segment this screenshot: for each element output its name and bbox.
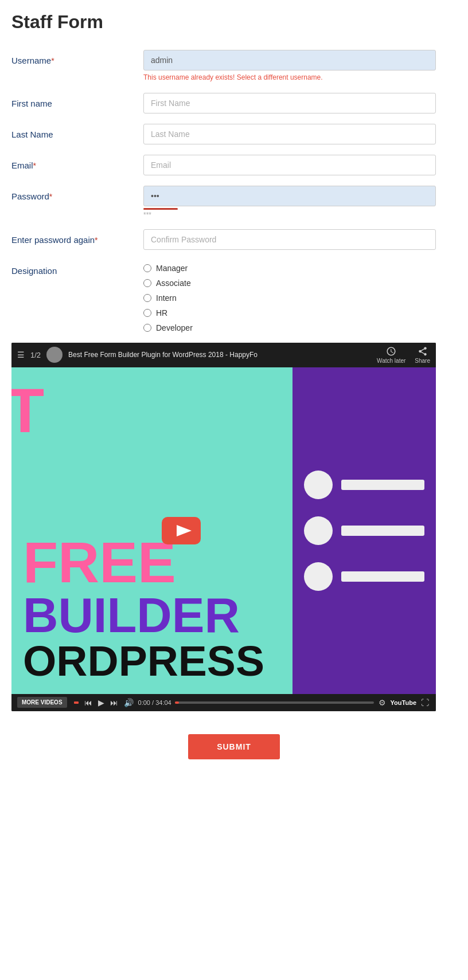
password-strength-bar	[143, 208, 178, 210]
username-label: Username*	[11, 50, 143, 65]
video-title: Best Free Form Builder Plugin for WordPr…	[68, 351, 371, 359]
lastname-row: Last Name	[11, 124, 436, 144]
progress-bar[interactable]	[175, 701, 374, 704]
email-field-wrap	[143, 155, 436, 175]
thumb-icon-row-3	[304, 562, 424, 591]
lastname-label: Last Name	[11, 124, 143, 139]
email-row: Email*	[11, 155, 436, 175]
thumb-bar-2	[341, 526, 424, 536]
radio-manager[interactable]	[143, 264, 151, 272]
firstname-input[interactable]	[143, 93, 436, 113]
play-button-overlay[interactable]	[162, 517, 201, 544]
thumb-t-text: T	[11, 379, 44, 442]
thumb-circle-3	[304, 562, 333, 591]
radio-developer[interactable]	[143, 324, 151, 332]
radio-hr[interactable]	[143, 309, 151, 317]
youtube-logo: YouTube	[391, 699, 416, 706]
email-input[interactable]	[143, 155, 436, 175]
video-avatar	[46, 347, 63, 363]
designation-row: Designation Manager Associate Intern	[11, 260, 436, 332]
radio-associate[interactable]	[143, 279, 151, 287]
username-row: Username* This username already exists! …	[11, 50, 436, 83]
confirm-password-field-wrap	[143, 229, 436, 250]
progress-dot	[74, 701, 79, 704]
video-count: 1/2	[30, 351, 41, 359]
watch-later-button[interactable]: Watch later	[377, 346, 405, 364]
firstname-label: First name	[11, 93, 143, 108]
designation-developer[interactable]: Developer	[143, 323, 436, 332]
confirm-password-row: Enter password again*	[11, 229, 436, 250]
staff-form: Username* This username already exists! …	[11, 50, 436, 332]
password-hint: ***	[143, 211, 436, 219]
skip-forward-button[interactable]: ⏭	[109, 697, 119, 708]
thumb-wordpress-text: ORDPRESS	[23, 640, 281, 683]
video-container: ☰ 1/2 Best Free Form Builder Plugin for …	[11, 343, 436, 711]
password-field-wrap: ***	[143, 186, 436, 219]
confirm-password-label: Enter password again*	[11, 229, 143, 245]
thumb-bar-1	[341, 480, 424, 490]
thumbnail-bg: T FREE BUILDER ORDPRESS	[11, 367, 436, 694]
thumb-free-text: FREE	[23, 534, 281, 591]
lastname-input[interactable]	[143, 124, 436, 144]
designation-associate[interactable]: Associate	[143, 279, 436, 288]
email-label: Email*	[11, 155, 143, 170]
confirm-password-input[interactable]	[143, 229, 436, 250]
thumb-circle-2	[304, 516, 333, 545]
thumb-builder-text: BUILDER	[23, 591, 281, 640]
username-input[interactable]	[143, 50, 436, 70]
username-field-wrap: This username already exists! Select a d…	[143, 50, 436, 83]
video-thumbnail[interactable]: T FREE BUILDER ORDPRESS	[11, 367, 436, 694]
password-wrap: ***	[143, 186, 436, 219]
designation-hr[interactable]: HR	[143, 308, 436, 317]
video-top-bar: ☰ 1/2 Best Free Form Builder Plugin for …	[11, 343, 436, 367]
video-controls: ⏮ ▶ ⏭ 🔊 0:00 / 34:04 ⚙ YouTube ⛶	[83, 697, 430, 708]
designation-label: Designation	[11, 260, 143, 276]
designation-radio-group: Manager Associate Intern HR	[143, 260, 436, 332]
password-input[interactable]	[143, 186, 436, 206]
more-videos-button[interactable]: MORE VIDEOS	[17, 697, 67, 708]
designation-field-wrap: Manager Associate Intern HR	[143, 260, 436, 332]
thumb-bar-3	[341, 571, 424, 582]
thumb-icon-row-1	[304, 471, 424, 499]
volume-button[interactable]: 🔊	[123, 697, 135, 708]
password-row: Password* ***	[11, 186, 436, 219]
play-icon	[162, 517, 201, 544]
firstname-field-wrap	[143, 93, 436, 113]
watch-later-label: Watch later	[377, 358, 405, 364]
page-title: Staff Form	[11, 11, 457, 33]
skip-back-button[interactable]: ⏮	[83, 697, 93, 708]
share-icon	[418, 346, 428, 356]
settings-button[interactable]: ⚙	[377, 697, 387, 708]
fullscreen-button[interactable]: ⛶	[420, 697, 430, 708]
clock-icon	[386, 346, 396, 356]
play-pause-button[interactable]: ▶	[97, 697, 106, 708]
video-bottom-bar: MORE VIDEOS ⏮ ▶ ⏭ 🔊 0:00 / 34:04 ⚙ YouTu…	[11, 694, 436, 711]
share-button[interactable]: Share	[415, 346, 430, 364]
submit-button[interactable]: SUBMIT	[188, 734, 280, 759]
firstname-row: First name	[11, 93, 436, 113]
time-display: 0:00 / 34:04	[138, 699, 171, 706]
radio-intern[interactable]	[143, 294, 151, 302]
share-label: Share	[415, 358, 430, 364]
username-error: This username already exists! Select a d…	[143, 73, 436, 83]
submit-section: SUBMIT	[11, 734, 457, 759]
thumb-circle-1	[304, 471, 333, 499]
thumb-right	[292, 367, 436, 694]
thumb-left: T FREE BUILDER ORDPRESS	[11, 367, 292, 694]
designation-manager[interactable]: Manager	[143, 264, 436, 273]
thumb-icon-row-2	[304, 516, 424, 545]
hamburger-icon[interactable]: ☰	[17, 350, 25, 359]
designation-intern[interactable]: Intern	[143, 293, 436, 303]
progress-bar-fill	[175, 701, 179, 704]
password-label: Password*	[11, 186, 143, 201]
lastname-field-wrap	[143, 124, 436, 144]
video-actions: Watch later Share	[377, 346, 430, 364]
